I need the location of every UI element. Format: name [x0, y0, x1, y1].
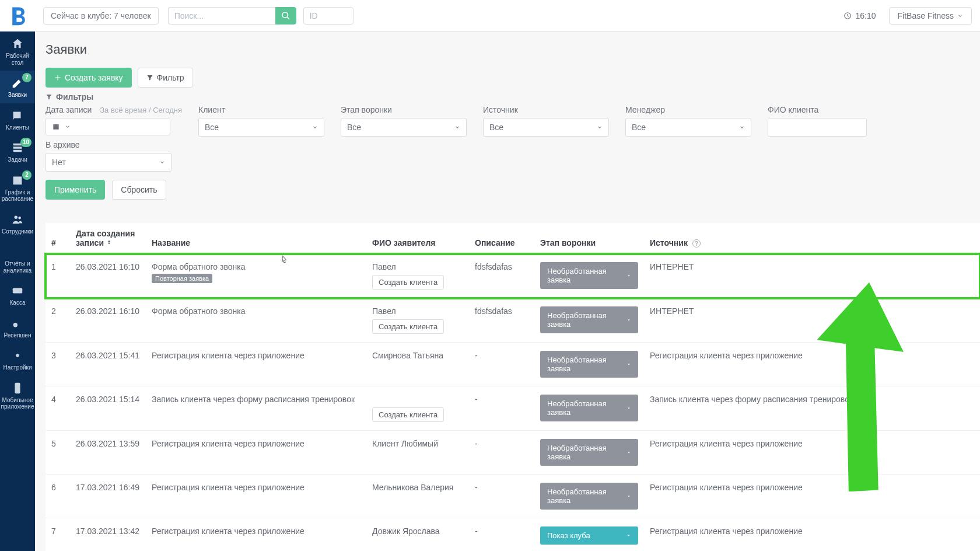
sidebar-item-schedule[interactable]: 2 График и расписание [0, 168, 35, 207]
cell-name: Регистрация клиента через приложение [146, 475, 366, 518]
table-row[interactable]: 6 17.03.2021 16:49 Регистрация клиента ч… [46, 475, 980, 518]
sidebar-label: Заявки [8, 92, 27, 99]
sidebar-item-requests[interactable]: 7 Заявки [0, 71, 35, 103]
filters-row: Дата записи За всё время / Сегодня Клиен… [46, 105, 980, 137]
create-client-button[interactable]: Создать клиента [372, 407, 444, 422]
archive-select[interactable]: Нет [46, 153, 172, 172]
stage-dropdown[interactable]: Необработанная заявка [540, 262, 638, 289]
stage-dropdown[interactable]: Необработанная заявка [540, 439, 638, 466]
source-select[interactable]: Все [483, 118, 609, 137]
table-row[interactable]: 3 26.03.2021 15:41 Регистрация клиента ч… [46, 343, 980, 386]
filter-label: Фильтр [157, 73, 184, 82]
chevron-down-icon [626, 273, 631, 278]
cell-desc: - [469, 343, 534, 386]
th-stage[interactable]: Этап воронки [534, 223, 644, 254]
sidebar-item-reception[interactable]: Ресепшен [0, 311, 35, 344]
th-num[interactable]: # [46, 223, 70, 254]
cell-fio: Довжик Ярослава [366, 518, 469, 552]
chevron-down-icon [597, 124, 603, 130]
filter-icon [46, 93, 52, 100]
chevron-down-icon [626, 533, 631, 538]
sidebar-badge: 7 [22, 73, 32, 82]
table-row[interactable]: 5 26.03.2021 13:59 Регистрация клиента ч… [46, 431, 980, 475]
search-button[interactable] [275, 7, 296, 25]
table-row[interactable]: 1 26.03.2021 16:10 Форма обратного звонк… [46, 254, 980, 298]
th-name[interactable]: Название [146, 223, 366, 254]
create-request-button[interactable]: Создать заявку [46, 68, 132, 88]
cell-num: 7 [46, 518, 70, 552]
sidebar-label: Задачи [8, 156, 27, 163]
manager-select[interactable]: Все [625, 118, 751, 137]
cell-fio: Смирнова Татьяна [366, 343, 469, 386]
filter-archive: В архиве Нет [46, 140, 172, 172]
table-row[interactable]: 4 26.03.2021 15:14 Запись клиента через … [46, 386, 980, 431]
create-client-button[interactable]: Создать клиента [372, 275, 444, 290]
club-selector[interactable]: FitBase Fitness [889, 7, 972, 25]
sidebar-item-tasks[interactable]: 10 Задачи [0, 135, 35, 168]
th-desc[interactable]: Описание [469, 223, 534, 254]
cell-source: Регистрация клиента через приложение [644, 343, 980, 386]
apply-button[interactable]: Применить [46, 180, 105, 200]
cell-date: 26.03.2021 16:10 [70, 254, 146, 298]
th-date[interactable]: Дата создания записи [70, 223, 146, 254]
id-input[interactable] [303, 7, 354, 25]
svg-point-4 [18, 216, 21, 219]
chevron-down-icon [626, 494, 631, 499]
sidebar-item-reports[interactable]: Отчёты и аналитика [0, 239, 35, 278]
sidebar-label: График и расписание [1, 189, 34, 203]
filter-source: Источник Все [483, 105, 609, 137]
sidebar-item-staff[interactable]: Сотрудники [0, 207, 35, 240]
sidebar-item-desktop[interactable]: Рабочий стол [0, 32, 35, 71]
cell-source: Регистрация клиента через приложение [644, 431, 980, 475]
key-icon [11, 317, 24, 330]
chevron-down-icon [626, 318, 631, 323]
client-select[interactable]: Все [198, 118, 324, 137]
filter-title: ФИО клиента [768, 105, 867, 114]
reset-button[interactable]: Сбросить [112, 180, 166, 200]
svg-point-8 [16, 354, 19, 357]
stage-dropdown[interactable]: Необработанная заявка [540, 351, 638, 378]
filters-row-2: В архиве Нет [46, 140, 980, 172]
filter-stage: Этап воронки Все [341, 105, 467, 137]
cell-desc: - [469, 518, 534, 552]
chevron-down-icon [454, 124, 460, 130]
th-fio[interactable]: ФИО заявителя [366, 223, 469, 254]
filter-title: Менеджер [625, 105, 751, 114]
stage-dropdown[interactable]: Показ клуба [540, 526, 638, 545]
search-group [168, 7, 296, 25]
topbar: Сейчас в клубе: 7 человек 16:10 FitBase … [0, 0, 980, 32]
search-icon [281, 11, 290, 20]
sidebar-label: Ресепшен [4, 332, 32, 339]
sidebar-label: Настройки [3, 364, 32, 371]
cell-date: 17.03.2021 16:49 [70, 475, 146, 518]
stage-select[interactable]: Все [341, 118, 467, 137]
help-icon[interactable]: ? [692, 239, 701, 247]
table-row[interactable]: 7 17.03.2021 13:42 Регистрация клиента ч… [46, 518, 980, 552]
sidebar-item-mobile[interactable]: Мобильное приложение [0, 376, 35, 415]
cell-num: 6 [46, 475, 70, 518]
stage-dropdown[interactable]: Необработанная заявка [540, 483, 638, 510]
date-picker[interactable] [46, 118, 170, 135]
cell-desc: fdsfsdafas [469, 298, 534, 343]
sidebar-item-clients[interactable]: Клиенты [0, 103, 35, 136]
fio-input[interactable] [768, 118, 867, 137]
club-now-indicator[interactable]: Сейчас в клубе: 7 человек [43, 7, 159, 25]
cell-date: 26.03.2021 16:10 [70, 298, 146, 343]
cell-name: Регистрация клиента через приложение [146, 431, 366, 475]
cell-date: 26.03.2021 15:41 [70, 343, 146, 386]
cell-source: Регистрация клиента через приложение [644, 475, 980, 518]
sort-icon [106, 239, 112, 246]
table-row[interactable]: 2 26.03.2021 16:10 Форма обратного звонк… [46, 298, 980, 343]
chevron-down-icon [957, 13, 963, 19]
create-client-button[interactable]: Создать клиента [372, 319, 444, 334]
cell-name: Форма обратного звонка [146, 298, 366, 343]
cell-date: 26.03.2021 15:14 [70, 386, 146, 431]
svg-line-1 [287, 17, 289, 19]
sidebar-item-cash[interactable]: Касса [0, 278, 35, 311]
search-input[interactable] [168, 7, 275, 25]
stage-dropdown[interactable]: Необработанная заявка [540, 395, 638, 421]
stage-dropdown[interactable]: Необработанная заявка [540, 306, 638, 333]
filter-button[interactable]: Фильтр [138, 68, 193, 88]
sidebar-item-settings[interactable]: Настройки [0, 343, 35, 376]
th-source[interactable]: Источник ? [644, 223, 980, 254]
